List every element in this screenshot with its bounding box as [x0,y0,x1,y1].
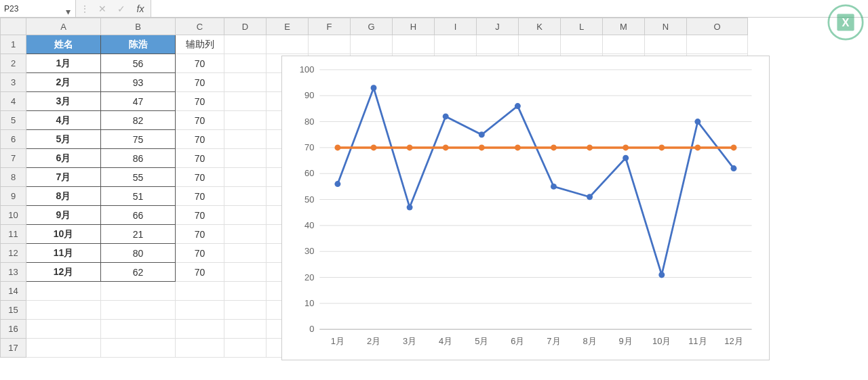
col-header[interactable]: H [393,18,435,35]
cell[interactable]: 47 [101,92,176,111]
cell[interactable]: 70 [176,92,224,111]
cell[interactable]: 93 [101,73,176,92]
row-header[interactable]: 7 [1,149,26,168]
col-header[interactable]: L [561,18,603,35]
cell[interactable] [101,282,176,301]
cell[interactable] [561,35,603,54]
cell[interactable] [477,35,519,54]
cell[interactable] [224,206,267,225]
cell[interactable]: 56 [101,54,176,73]
cell[interactable] [224,73,267,92]
row-header[interactable]: 15 [1,301,26,320]
col-header[interactable]: A [26,18,101,35]
cell[interactable] [224,339,267,358]
cell[interactable]: 62 [101,263,176,282]
row-header[interactable]: 1 [1,35,26,54]
cell[interactable] [603,35,645,54]
cell[interactable]: 4月 [26,111,101,130]
cell[interactable] [176,301,224,320]
cell[interactable] [645,35,687,54]
col-header[interactable]: C [176,18,224,35]
cell[interactable]: 8月 [26,187,101,206]
cell[interactable] [224,187,267,206]
row-header[interactable]: 2 [1,54,26,73]
cell[interactable]: 10月 [26,225,101,244]
cell[interactable]: 70 [176,168,224,187]
cell[interactable] [224,92,267,111]
cell[interactable] [687,35,748,54]
cell[interactable] [224,301,267,320]
cell[interactable]: 姓名 [26,35,101,54]
cell[interactable] [101,320,176,339]
col-header[interactable]: E [267,18,309,35]
fx-icon[interactable]: fx [134,3,146,14]
chevron-down-icon[interactable]: ▾ [66,6,71,12]
cell[interactable]: 70 [176,225,224,244]
cell[interactable]: 86 [101,149,176,168]
cell[interactable]: 9月 [26,206,101,225]
cell[interactable]: 70 [176,187,224,206]
cell[interactable] [176,282,224,301]
cell[interactable] [519,35,561,54]
vertical-dots-icon[interactable]: ⋮ [80,3,90,14]
cell[interactable]: 6月 [26,149,101,168]
cell[interactable] [224,320,267,339]
cell[interactable]: 陈浩 [101,35,176,54]
cell[interactable] [224,54,267,73]
cell[interactable]: 7月 [26,168,101,187]
cell[interactable]: 66 [101,206,176,225]
name-box[interactable]: P23 ▾ [0,0,76,17]
cell[interactable] [224,225,267,244]
cell[interactable]: 11月 [26,244,101,263]
col-header[interactable]: F [309,18,351,35]
cell[interactable]: 55 [101,168,176,187]
cancel-edit-button[interactable]: ✕ [96,3,108,14]
row-header[interactable]: 16 [1,320,26,339]
cell[interactable] [176,320,224,339]
row-header[interactable]: 9 [1,187,26,206]
row-header[interactable]: 4 [1,92,26,111]
cell[interactable]: 82 [101,111,176,130]
cell[interactable]: 80 [101,244,176,263]
cell[interactable]: 70 [176,73,224,92]
cell[interactable] [224,244,267,263]
col-header[interactable]: M [603,18,645,35]
formula-input[interactable] [151,0,868,17]
cell[interactable]: 70 [176,149,224,168]
embedded-chart[interactable]: 01020304050607080901001月2月3月4月5月6月7月8月9月… [281,56,770,360]
row-header[interactable]: 6 [1,130,26,149]
cell[interactable] [224,263,267,282]
cell[interactable] [224,35,267,54]
cell[interactable]: 70 [176,206,224,225]
cell[interactable] [224,149,267,168]
cell[interactable] [26,320,101,339]
col-header[interactable]: O [687,18,748,35]
row-header[interactable]: 8 [1,168,26,187]
cell[interactable]: 5月 [26,130,101,149]
cell[interactable] [224,111,267,130]
col-header[interactable]: N [645,18,687,35]
col-header[interactable]: G [351,18,393,35]
col-header[interactable]: K [519,18,561,35]
cell[interactable] [26,301,101,320]
cell[interactable]: 辅助列 [176,35,224,54]
cell[interactable]: 3月 [26,92,101,111]
row-header[interactable]: 13 [1,263,26,282]
row-header[interactable]: 3 [1,73,26,92]
confirm-edit-button[interactable]: ✓ [115,3,127,14]
row-header[interactable]: 11 [1,225,26,244]
row-header[interactable]: 10 [1,206,26,225]
cell[interactable]: 70 [176,54,224,73]
cell[interactable]: 2月 [26,73,101,92]
cell[interactable] [26,282,101,301]
cell[interactable] [176,339,224,358]
row-header[interactable]: 17 [1,339,26,358]
col-header[interactable]: I [435,18,477,35]
row-header[interactable]: 12 [1,244,26,263]
cell[interactable]: 21 [101,225,176,244]
col-header[interactable]: D [224,18,267,35]
cell[interactable]: 70 [176,244,224,263]
col-header[interactable]: J [477,18,519,35]
cell[interactable] [309,35,351,54]
cell[interactable] [224,168,267,187]
